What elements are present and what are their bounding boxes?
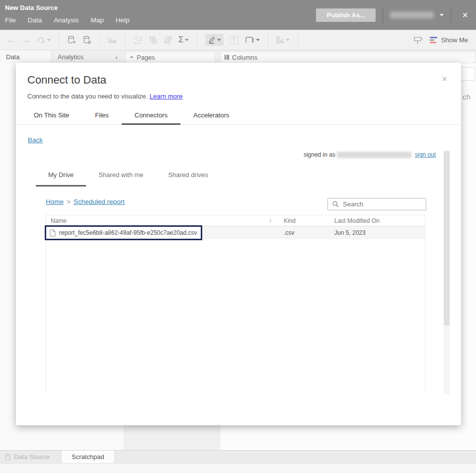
totals-icon[interactable]: Σ [178,35,189,45]
publish-as-button[interactable]: Publish As... [316,8,376,22]
chevron-down-icon [185,39,189,41]
subtitle-text: Connect to the data you need to visualiz… [27,93,148,100]
scrollbar-thumb[interactable] [444,151,450,325]
file-modified: Jun 5, 2023 [334,229,425,236]
divider [383,6,383,23]
workspace-strip: Data Analytics ‹ Pages Columns [0,50,476,63]
status-bar [0,463,476,473]
collapse-pane-icon[interactable]: ‹ [115,50,123,63]
pause-auto-updates-icon[interactable] [82,35,91,45]
column-last-modified[interactable]: Last Modified On [334,217,425,224]
chevron-down-icon [256,39,260,41]
tab-data-source[interactable]: Data Source [0,451,61,463]
presentation-mode-icon[interactable] [413,36,423,44]
user-name-redacted [390,11,434,18]
email-redacted [337,152,411,158]
learn-more-link[interactable]: Learn more [150,93,182,100]
column-kind[interactable]: Kind [284,217,334,224]
column-name[interactable]: Name [46,217,269,224]
file-kind: .csv [284,229,334,236]
sort-descending-icon[interactable] [163,36,172,44]
clear-sheet-icon[interactable] [108,36,117,44]
file-name: report_fec5e6b8-a862-49af-95fb-e250c7ae2… [59,229,197,236]
tab-shared-with-me[interactable]: Shared with me [86,171,156,187]
show-mark-labels-icon[interactable]: T [230,36,238,44]
menu-map[interactable]: Map [91,16,104,24]
tab-accelerators[interactable]: Accelerators [180,107,242,125]
back-link[interactable]: Back [28,136,43,144]
breadcrumb: Home>Scheduled report [46,198,125,205]
dialog-title: Connect to Data [27,74,106,87]
undo-icon[interactable]: ← [7,36,15,44]
sign-out-link[interactable]: sign out [415,151,436,158]
search-input[interactable] [343,200,417,208]
titlebar: New Data Source File Data Analysis Map H… [0,0,476,30]
columns-icon [225,55,229,60]
menu-data[interactable]: Data [28,16,42,24]
selected-file[interactable]: report_fec5e6b8-a862-49af-95fb-e250c7ae2… [45,225,202,240]
breadcrumb-current[interactable]: Scheduled report [74,198,125,205]
file-table: Name ↑ Kind Last Modified On report_fec5… [46,215,426,394]
tab-on-this-site[interactable]: On This Site [21,107,82,125]
data-source-label: Data Source [14,453,50,461]
dialog-tabbar: On This Site Files Connectors Accelerato… [16,107,461,125]
menu-help[interactable]: Help [116,16,130,24]
divider [99,33,100,46]
tab-my-drive[interactable]: My Drive [36,171,86,187]
scrollbar[interactable] [444,150,450,394]
file-search [327,198,426,210]
scratchpad-label: Scratchpad [72,453,104,461]
tab-shared-drives[interactable]: Shared drives [156,171,221,187]
window-title: New Data Source [5,4,58,11]
chevron-up-icon [130,55,134,59]
chevron-down-icon [217,39,221,41]
table-row[interactable]: report_fec5e6b8-a862-49af-95fb-e250c7ae2… [46,226,425,239]
menu-file[interactable]: File [5,16,16,24]
divider [125,33,125,46]
cell-size-icon[interactable] [276,36,290,44]
divider [268,33,268,46]
columns-shelf-label: Columns [232,54,257,61]
drive-tabbar: My Drive Shared with me Shared drives [36,171,221,187]
show-me-button[interactable]: Show Me [430,36,468,44]
dialog-subtitle: Connect to the data you need to visualiz… [27,93,183,100]
table-header: Name ↑ Kind Last Modified On [46,215,425,226]
data-pane-search-fragment: ch [463,93,471,101]
replay-icon[interactable] [37,36,51,43]
tab-scratchpad[interactable]: Scratchpad [61,451,115,463]
tab-files[interactable]: Files [82,107,121,125]
redo-icon[interactable]: → [22,36,30,44]
divider [59,33,59,46]
data-source-icon [5,454,10,461]
tab-analytics[interactable]: Analytics [52,50,112,63]
user-menu[interactable] [390,11,444,18]
breadcrumb-separator: > [67,198,71,205]
highlight-button[interactable] [205,34,224,46]
tab-data[interactable]: Data [0,50,51,63]
columns-shelf[interactable]: Columns [220,51,476,63]
new-data-source-icon[interactable] [67,35,76,45]
menu-analysis[interactable]: Analysis [54,16,79,24]
swap-rows-columns-icon[interactable] [133,36,142,44]
window-close-button[interactable]: × [458,10,472,20]
signed-in-label: signed in as [304,151,335,158]
dialog-close-icon[interactable]: × [442,74,447,85]
chevron-down-icon [286,39,290,41]
sort-ascending-indicator[interactable]: ↑ [269,217,284,224]
file-icon [50,229,56,237]
fit-icon[interactable] [245,36,260,44]
pages-shelf[interactable]: Pages [125,51,215,63]
pages-shelf-label: Pages [137,54,155,61]
chevron-down-icon [47,39,51,41]
breadcrumb-home[interactable]: Home [46,198,64,205]
filters-shelf-fragment [460,67,475,81]
connect-to-data-dialog: × Connect to Data Connect to the data yo… [16,63,461,425]
sort-ascending-icon[interactable] [149,36,157,44]
divider [298,33,298,46]
show-me-icon [430,37,437,43]
divider [197,33,197,46]
toolbar: ← → Σ [0,30,476,50]
divider [451,6,451,23]
show-me-label: Show Me [441,36,468,44]
tab-connectors[interactable]: Connectors [122,107,180,125]
